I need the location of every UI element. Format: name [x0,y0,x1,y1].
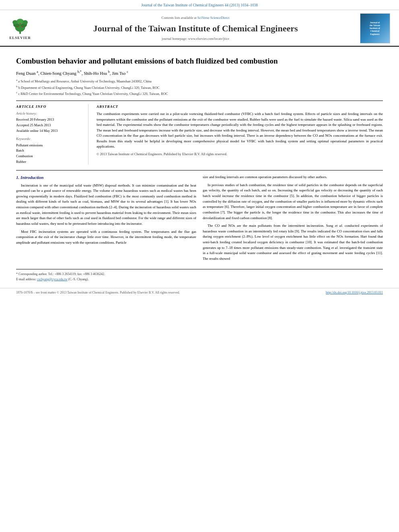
doi-line: http://dx.doi.org/10.1016/j.jtice.2013.0… [326,290,383,295]
bottom-bar: 1876-1070/$ – see front matter © 2013 Ta… [0,288,399,297]
abstract-text: The combustion experiments were carried … [97,111,383,150]
keyword-4: Rubber [16,159,83,165]
svg-point-9 [20,23,21,25]
elsevier-tree-icon [8,16,32,35]
article-info-abstract-section: ARTICLE INFO Article history: Received 2… [16,101,383,164]
elsevier-label: ELSEVIER [9,35,31,41]
affiliations: a a School of Metallurgy and Resource, A… [16,78,383,97]
received-date: Received 20 February 2013 [16,117,83,122]
affil-b: b,* [78,70,82,74]
right-para1: size and feeding intervals are common op… [203,175,383,180]
svg-point-7 [17,26,19,27]
abstract-copyright: © 2013 Taiwan Institute of Chemical Engi… [97,152,383,157]
affil-a: a [37,70,38,74]
keywords-list: Pollutant emissions Batch Combustion Rub… [16,143,83,164]
affil-line-b: b b Department of Chemical Engineering, … [16,84,383,90]
journal-ref-link[interactable]: Journal of the Taiwan Institute of Chemi… [141,3,258,7]
intro-section-title: 1. Introduction [16,175,196,181]
right-para3: The CO and NOx are the main pollutants f… [203,223,383,261]
doi-link[interactable]: http://dx.doi.org/10.1016/j.jtice.2013.0… [326,291,383,294]
abstract-column: ABSTRACT The combustion experiments were… [97,104,383,164]
affil-line-c: c c R&D Center for Environmental Technol… [16,90,383,97]
history-label: Article history: [16,111,83,116]
corresponding-footnote: * Corresponding author. Tel.: +886 3 265… [16,272,383,276]
abstract-heading: ABSTRACT [97,104,383,109]
journal-cover-image: Journal ofthe TaiwanInstitute ofChemical… [360,13,390,43]
intro-body-text: Incineration is one of the municipal sol… [16,183,196,246]
intro-para1: Incineration is one of the municipal sol… [16,183,196,227]
journal-header: ELSEVIER Contents lists available at Sci… [0,10,399,47]
right-para2: In previous studies of batch combustion,… [203,183,383,221]
svg-point-6 [23,20,28,25]
body-right-text: size and feeding intervals are common op… [203,175,383,261]
journal-reference-bar: Journal of the Taiwan Institute of Chemi… [0,0,399,10]
journal-title: Journal of the Taiwan Institute of Chemi… [93,23,298,34]
email-link[interactable]: cschyang@cycu.edu.tw [37,277,68,281]
email-footnote: E-mail address: cschyang@cycu.edu.tw (C.… [16,277,383,281]
issn-line: 1876-1070/$ – see front matter © 2013 Ta… [16,290,180,295]
svg-point-5 [12,20,18,25]
affil-c: c [127,70,128,74]
accepted-date: Accepted 25 March 2013 [16,123,83,128]
sciverse-line: Contents lists available at SciVerse Sci… [162,16,230,21]
article-info-heading: ARTICLE INFO [16,104,83,109]
intro-para2: Most FBC incineration systems are operat… [16,229,196,246]
journal-header-center: Contents lists available at SciVerse Sci… [36,13,355,43]
keyword-1: Pollutant emissions [16,143,83,148]
page: Journal of the Taiwan Institute of Chemi… [0,0,399,532]
elsevier-logo-container: ELSEVIER [8,13,32,43]
keywords-label: Keywords: [16,137,83,142]
svg-point-8 [22,26,23,27]
journal-thumbnail: Journal ofthe TaiwanInstitute ofChemical… [359,13,391,43]
keyword-2: Batch [16,148,83,154]
content-area: Combustion behavior and pollutant emissi… [0,47,399,288]
article-title: Combustion behavior and pollutant emissi… [16,56,383,66]
available-date: Available online 14 May 2013 [16,129,83,134]
keyword-3: Combustion [16,154,83,159]
affil-b2: b [108,70,110,74]
main-body: 1. Introduction Incineration is one of t… [16,170,383,264]
article-info-column: ARTICLE INFO Article history: Received 2… [16,104,88,164]
affil-line-a: a a School of Metallurgy and Resource, A… [16,78,383,84]
authors-line: Feng Duan a, Chien-Song Chyang b,*, Shih… [16,70,383,76]
sciverse-link[interactable]: SciVerse ScienceDirect [197,16,230,20]
body-right-column: size and feeding intervals are common op… [203,175,383,264]
body-left-column: 1. Introduction Incineration is one of t… [16,175,196,264]
journal-homepage: journal homepage: www.elsevier.com/locat… [162,37,229,41]
footnote-area: * Corresponding author. Tel.: +886 3 265… [16,269,383,284]
